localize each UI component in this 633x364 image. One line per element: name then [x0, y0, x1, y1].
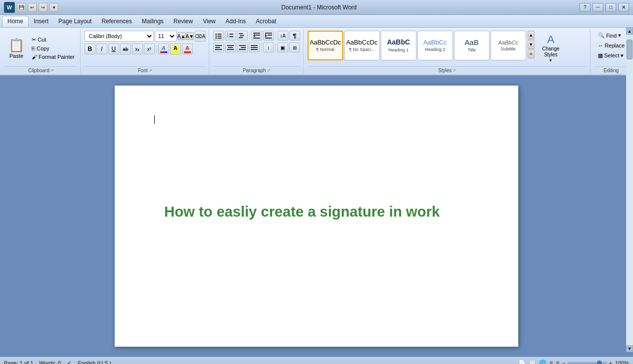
menu-home[interactable]: Home: [2, 16, 29, 27]
menu-review[interactable]: Review: [169, 16, 198, 26]
styles-more[interactable]: ≡: [528, 49, 535, 58]
style-heading1[interactable]: AaBbC Heading 1: [381, 31, 416, 60]
paragraph-expand-icon[interactable]: ↗: [267, 68, 271, 73]
change-styles-button[interactable]: A Change Styles ▾: [536, 31, 566, 65]
strikethrough-button[interactable]: ab: [120, 44, 131, 54]
font-size-select[interactable]: 11: [155, 31, 177, 42]
find-icon: 🔍: [598, 32, 605, 39]
decrease-font-button[interactable]: A▼: [186, 32, 194, 40]
view-normal-button[interactable]: 📄: [518, 360, 526, 364]
copy-button[interactable]: ⎘ Copy: [29, 45, 77, 52]
zoom-in-button[interactable]: +: [609, 360, 612, 364]
replace-button[interactable]: ↔ Replace: [594, 41, 628, 50]
bold-button[interactable]: B: [85, 44, 95, 54]
menu-insert[interactable]: Insert: [29, 16, 53, 26]
line-spacing-button[interactable]: ↕: [263, 43, 274, 52]
style-normal-preview: AaBbCcDc: [310, 39, 341, 46]
clipboard-expand-icon[interactable]: ↗: [50, 68, 54, 73]
save-button[interactable]: 💾: [17, 3, 26, 12]
view-full-reading-button[interactable]: 📖: [529, 360, 536, 364]
restore-button[interactable]: □: [605, 3, 616, 12]
cut-button[interactable]: ✂ Cut: [29, 36, 77, 44]
style-heading2[interactable]: AaBbCc Heading 2: [417, 31, 453, 60]
styles-scroll-down[interactable]: ▼: [528, 40, 535, 49]
style-subtitle[interactable]: AaBbCc Subtitle: [491, 31, 526, 60]
svg-rect-16: [253, 38, 260, 39]
view-web-button[interactable]: 🌐: [539, 360, 546, 364]
view-outline-button[interactable]: ≡: [549, 360, 553, 364]
title-bar-left: W 💾 ↩ ↪ ▾: [4, 2, 58, 13]
close-button[interactable]: ✕: [618, 3, 629, 12]
shading-button[interactable]: ▣: [277, 43, 288, 52]
zoom-out-button[interactable]: −: [562, 360, 565, 364]
borders-button[interactable]: ⊞: [289, 43, 300, 52]
subscript-button[interactable]: x₂: [132, 44, 143, 54]
bullets-button[interactable]: [213, 31, 224, 41]
para-sep1: [249, 31, 250, 40]
styles-expand-icon[interactable]: ↗: [452, 68, 456, 73]
style-normal-label: ¶ Normal: [316, 47, 334, 52]
style-no-spacing[interactable]: AaBbCcDc ¶ No Spaci...: [344, 31, 380, 60]
svg-rect-7: [229, 34, 233, 35]
style-heading1-preview: AaBbC: [387, 39, 410, 46]
increase-font-button[interactable]: A▲: [178, 32, 185, 40]
underline-button[interactable]: U: [108, 44, 119, 54]
clear-format-button[interactable]: ⌫A: [195, 31, 206, 42]
menu-mailings[interactable]: Mailings: [137, 16, 169, 26]
menu-acrobat[interactable]: Acrobat: [251, 16, 281, 26]
scroll-down-button[interactable]: ▼: [626, 345, 633, 352]
multilevel-list-button[interactable]: [237, 31, 248, 41]
superscript-button[interactable]: x²: [144, 44, 155, 54]
menu-add-ins[interactable]: Add-Ins: [221, 16, 251, 26]
change-styles-label: Change Styles: [542, 46, 559, 58]
help-button[interactable]: ?: [580, 3, 590, 12]
sort-button[interactable]: ↕A: [277, 31, 288, 41]
customize-button[interactable]: ▾: [49, 3, 58, 12]
style-no-spacing-label: ¶ No Spaci...: [349, 47, 374, 52]
highlight-color-button[interactable]: A: [170, 44, 181, 54]
font-expand-icon[interactable]: ↗: [149, 68, 152, 73]
zoom-slider[interactable]: [567, 362, 607, 364]
style-normal[interactable]: AaBbCcDc ¶ Normal: [308, 31, 343, 60]
menu-page-layout[interactable]: Page Layout: [53, 16, 96, 26]
find-button[interactable]: 🔍 Find ▾: [594, 31, 625, 40]
style-title[interactable]: AaB Title: [454, 31, 490, 60]
font-color-button[interactable]: A: [182, 44, 193, 54]
justify-button[interactable]: [249, 43, 260, 52]
styles-list: AaBbCcDc ¶ Normal AaBbCcDc ¶ No Spaci...…: [308, 31, 526, 60]
language: English (U.S.): [78, 360, 111, 364]
vertical-scrollbar[interactable]: ▲ ▼: [626, 76, 633, 352]
menu-view[interactable]: View: [198, 16, 221, 26]
paste-icon: 📋: [8, 38, 24, 53]
svg-text:2.: 2.: [227, 35, 229, 38]
align-left-button[interactable]: [213, 43, 224, 52]
styles-scroll-up[interactable]: ▲: [528, 31, 535, 40]
text-effects-button[interactable]: A: [158, 44, 169, 54]
paste-button[interactable]: 📋 Paste: [5, 36, 28, 60]
minimize-button[interactable]: ─: [592, 3, 603, 12]
font-group: Calibri (Body) 11 A▲ A▼ ⌫A B I U ab: [82, 30, 209, 74]
svg-rect-9: [229, 36, 233, 37]
menu-references[interactable]: References: [96, 16, 136, 26]
word-count: Words: 0: [39, 360, 61, 364]
decrease-indent-button[interactable]: [251, 31, 262, 41]
italic-button[interactable]: I: [96, 44, 107, 54]
svg-rect-11: [240, 35, 244, 36]
format-painter-button[interactable]: 🖌 Format Painter: [29, 53, 77, 61]
style-no-spacing-preview: AaBbCcDc: [346, 39, 378, 46]
font-family-select[interactable]: Calibri (Body): [85, 31, 154, 42]
select-button[interactable]: ▦ Select ▾: [594, 51, 628, 60]
view-draft-button[interactable]: ≡: [556, 360, 559, 364]
undo-button[interactable]: ↩: [28, 3, 37, 12]
svg-rect-3: [218, 36, 222, 37]
document-content[interactable]: How to easliy create a signature in work: [154, 115, 479, 313]
styles-scroll-buttons: ▲ ▼ ≡: [528, 31, 535, 58]
align-center-button[interactable]: [225, 43, 236, 52]
document-page[interactable]: How to easliy create a signature in work: [115, 86, 518, 347]
scroll-track[interactable]: [626, 76, 633, 345]
show-marks-button[interactable]: ¶: [289, 31, 300, 41]
increase-indent-button[interactable]: [263, 31, 274, 41]
numbering-button[interactable]: 1.2.: [225, 31, 236, 41]
redo-button[interactable]: ↪: [39, 3, 47, 12]
align-right-button[interactable]: [237, 43, 248, 52]
